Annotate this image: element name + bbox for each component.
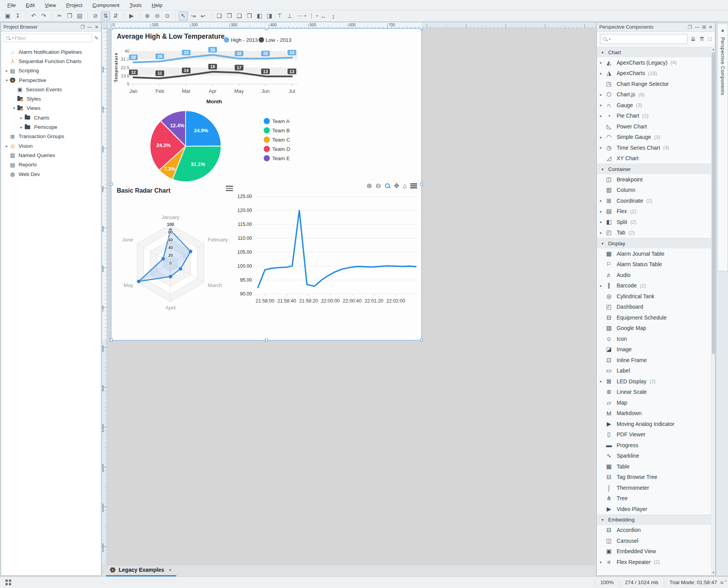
panel-grid-icon[interactable]: [5, 579, 11, 585]
palette-item-tree[interactable]: ⋔Tree: [597, 493, 711, 504]
comm-off-icon[interactable]: ⊘: [91, 12, 100, 21]
palette-item-sparkline[interactable]: ∿Sparkline: [597, 451, 711, 462]
menu-icon[interactable]: [410, 183, 417, 188]
menu-view[interactable]: View: [40, 1, 61, 10]
home-icon[interactable]: ⌂: [403, 183, 407, 189]
palette-item-google-map[interactable]: ▧Google Map: [597, 323, 711, 334]
zoom-in-icon[interactable]: ⊕: [367, 183, 372, 189]
close-panel-icon[interactable]: ✕: [709, 24, 713, 30]
palette-item-simple-gauge[interactable]: ▸◠Simple Gauge(3): [597, 132, 711, 143]
expand-all-icon[interactable]: ⇊: [690, 36, 696, 43]
tree-item-styles[interactable]: Styles: [1, 94, 101, 103]
align-left-icon[interactable]: ◧: [255, 12, 264, 21]
move-forward-icon[interactable]: ❐: [225, 12, 234, 21]
menu-tools[interactable]: Tools: [124, 1, 147, 10]
palette-item-pie-chart[interactable]: ▸◔Pie Chart(2): [597, 111, 711, 121]
palette-item-dashboard[interactable]: ◰Dashboard: [597, 302, 711, 313]
minimize-panel-icon[interactable]: —: [87, 24, 92, 30]
design-viewport[interactable]: 4031.322.513.85TemperatureJanFebMarAprMa…: [107, 28, 596, 565]
tree-item-charts[interactable]: ▸Charts: [1, 113, 101, 122]
selection-handle[interactable]: [110, 28, 113, 30]
minimize-panel-icon[interactable]: —: [695, 24, 699, 30]
redo-icon[interactable]: ↷: [39, 12, 48, 21]
zoom-in-icon[interactable]: ⊕: [143, 12, 152, 21]
float-panel-icon[interactable]: ❐: [688, 24, 692, 30]
palette-item-image[interactable]: ◪Image: [597, 344, 711, 355]
palette-item-moving-analog-indicator[interactable]: ▶Moving Analog Indicator: [597, 419, 711, 429]
save-icon[interactable]: ▣: [3, 12, 12, 21]
tree-item-transaction-groups[interactable]: ⊞Transaction Groups: [1, 132, 101, 141]
selection-handle[interactable]: [420, 183, 423, 186]
palette-scrollbar[interactable]: ▲ ▼: [711, 47, 715, 575]
close-panel-icon[interactable]: ✕: [95, 24, 99, 30]
align-right-icon[interactable]: ◨: [265, 12, 274, 21]
trial-status-icon[interactable]: ≡▲: [720, 579, 728, 586]
radar-menu-icon[interactable]: [226, 186, 233, 191]
tree-item-web-dev[interactable]: ◍Web Dev: [1, 169, 101, 179]
collapse-all-icon[interactable]: ⇈: [699, 36, 704, 43]
palette-item-flex[interactable]: ▸▤Flex(2): [597, 206, 711, 217]
palette-item-pdf-viewer[interactable]: ▯PDF Viewer: [597, 429, 711, 440]
palette-item-tag-browse-tree[interactable]: ⊟Tag Browse Tree: [597, 472, 711, 483]
select-tool-icon[interactable]: ↖: [179, 12, 188, 21]
palette-section-chart[interactable]: ▾Chart: [597, 47, 711, 57]
paste-icon[interactable]: ▤: [75, 12, 84, 21]
palette-item-map[interactable]: ▱Map: [597, 397, 711, 408]
align-top-icon[interactable]: ⊤: [275, 12, 284, 21]
palette-item-cylindrical-tank[interactable]: ◎Cylindrical Tank: [597, 291, 711, 302]
palette-item-inline-frame[interactable]: ⊡Inline Frame: [597, 355, 711, 366]
palette-item-chart-js[interactable]: ▸⬡Chart.js(9): [597, 89, 711, 100]
undo-icon[interactable]: ↶: [29, 12, 38, 21]
selection-handle[interactable]: [265, 339, 268, 342]
palette-item-xy-chart[interactable]: ◿XY Chart: [597, 153, 711, 164]
edit-filter-icon[interactable]: ✎: [94, 35, 99, 41]
palette-item-time-series-chart[interactable]: ▸◷Time Series Chart(4): [597, 142, 711, 153]
palette-item-column[interactable]: ▥Column: [597, 185, 711, 196]
palette-item-accordion[interactable]: ⊟Accordion: [597, 525, 711, 536]
menu-component[interactable]: Component: [87, 1, 124, 10]
palette-item-equipment-schedule[interactable]: ⊟Equipment Schedule: [597, 312, 711, 323]
palette-item-label[interactable]: ▭Label: [597, 366, 711, 376]
component-search-input[interactable]: ▾: [600, 34, 687, 44]
comm-read-icon[interactable]: ⇅: [101, 12, 110, 21]
palette-item-power-chart[interactable]: ◺Power Chart: [597, 121, 711, 132]
close-tab-icon[interactable]: ×: [169, 567, 172, 573]
selection-handle[interactable]: [265, 28, 268, 30]
palette-section-display[interactable]: ▾Display: [597, 238, 711, 248]
distribute-vertical-icon[interactable]: ⋮: [307, 12, 316, 21]
tree-item-views[interactable]: ▾Views: [1, 104, 101, 113]
palette-item-icon[interactable]: ☺Icon: [597, 333, 711, 344]
palette-item-progress[interactable]: ▬Progress: [597, 440, 711, 451]
selection-handle[interactable]: [110, 339, 113, 342]
pan-icon[interactable]: ✥: [394, 183, 399, 189]
align-bottom-icon[interactable]: ⊥: [285, 12, 294, 21]
distribute-horizontal-icon[interactable]: ⋯: [295, 12, 304, 21]
move-to-back-icon[interactable]: ❑: [235, 12, 244, 21]
menu-edit[interactable]: Edit: [21, 1, 40, 10]
distribute-vertical-icon-dropdown[interactable]: ▾: [316, 14, 318, 18]
palette-section-container[interactable]: ▾Container: [597, 164, 711, 174]
menu-help[interactable]: Help: [147, 1, 167, 10]
tab-legacy-examples[interactable]: Legacy Examples ×: [106, 565, 176, 576]
maximize-panel-icon[interactable]: ⊞: [702, 24, 706, 30]
tree-item-sequential-function-charts[interactable]: ⅄Sequential Function Charts: [1, 56, 101, 66]
palette-item-coordinate[interactable]: ▸⊞Coordinate(2): [597, 195, 711, 206]
match-height-icon[interactable]: ↨: [329, 12, 338, 21]
palette-item-apexcharts-legacy-[interactable]: ▸◭ApexCharts (Legacy)(4): [597, 57, 711, 68]
tree-item-periscope[interactable]: ▸Periscope: [1, 122, 101, 132]
project-filter-input[interactable]: ▾: [3, 34, 92, 42]
palette-item-markdown[interactable]: MMarkdown: [597, 408, 711, 419]
tree-item-vision[interactable]: ▸◎Vision: [1, 141, 101, 150]
view-canvas[interactable]: 4031.322.513.85TemperatureJanFebMarAprMa…: [111, 29, 421, 340]
zoom-out-icon[interactable]: ⊖: [153, 12, 162, 21]
palette-item-breakpoint[interactable]: ◫Breakpoint: [597, 174, 711, 185]
palette-item-embedded-view[interactable]: ▣Embedded View: [597, 546, 711, 557]
palette-item-flex-repeater[interactable]: ▸≡Flex Repeater(2): [597, 557, 711, 567]
zoom-select-icon[interactable]: [385, 183, 390, 189]
component-search-field[interactable]: [612, 36, 685, 42]
edit-path-tool-icon[interactable]: ↝: [189, 12, 198, 21]
perspective-components-dock-tab[interactable]: ◕ Perspective Components: [717, 24, 728, 271]
palette-item-led-display[interactable]: ▸⊠LED Display(2): [597, 376, 711, 387]
move-backward-icon[interactable]: ❏: [215, 12, 224, 21]
palette-item-chart-range-selector[interactable]: ◳Chart Range Selector: [597, 79, 711, 89]
